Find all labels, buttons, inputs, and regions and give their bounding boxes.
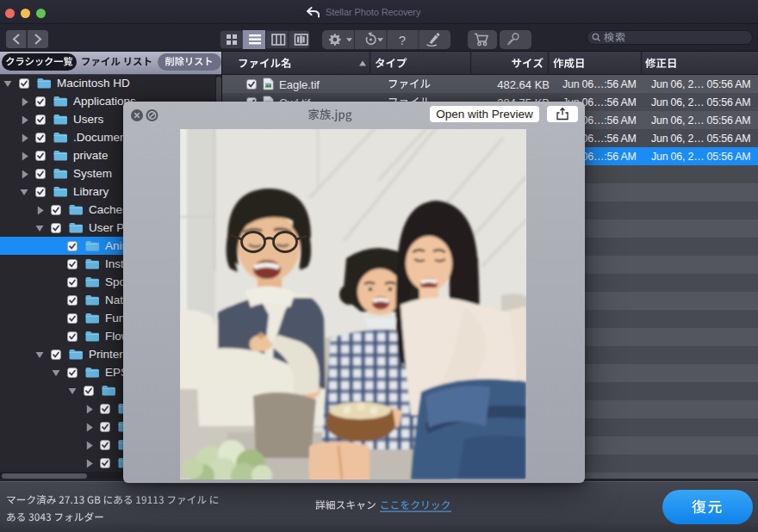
svg-text:?: ?: [399, 33, 406, 47]
